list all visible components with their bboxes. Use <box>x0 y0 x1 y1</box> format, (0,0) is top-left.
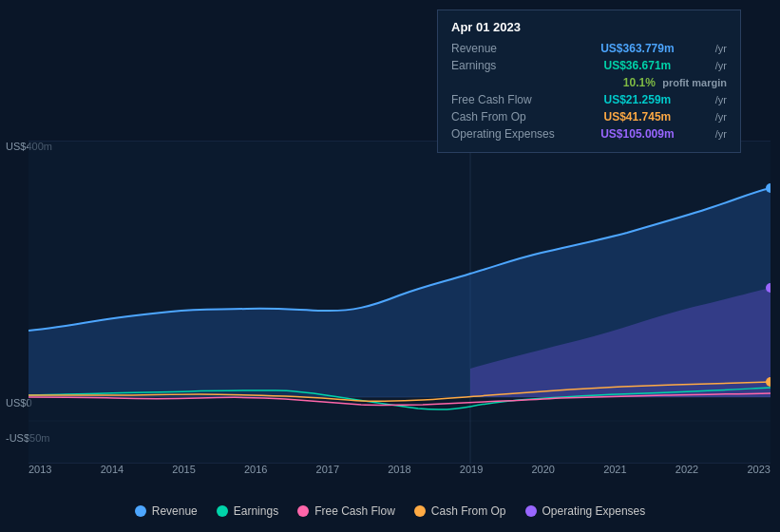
legend-dot-cashfromop <box>414 505 426 517</box>
legend-item-cashfromop[interactable]: Cash From Op <box>414 504 506 518</box>
tooltip-row-earnings: Earnings US$36.671m /yr <box>451 57 727 74</box>
legend-dot-earnings <box>217 505 228 517</box>
opex-unit: /yr <box>715 128 727 140</box>
x-label-2014: 2014 <box>101 464 124 475</box>
x-label-2022: 2022 <box>675 464 698 475</box>
x-label-2018: 2018 <box>388 464 410 475</box>
legend-dot-revenue <box>135 505 146 517</box>
legend-label-earnings: Earnings <box>234 504 278 518</box>
cashfromop-value: US$41.745m <box>604 110 672 124</box>
opex-value: US$105.009m <box>600 127 674 141</box>
x-label-2019: 2019 <box>460 464 483 475</box>
legend-label-revenue: Revenue <box>152 504 198 518</box>
x-labels: 2013 2014 2015 2016 2017 2018 2019 2020 … <box>29 464 770 475</box>
chart-container: Apr 01 2023 Revenue US$363.779m /yr Earn… <box>0 0 780 532</box>
legend-item-revenue[interactable]: Revenue <box>135 504 198 518</box>
legend-label-cashfromop: Cash From Op <box>431 504 506 518</box>
legend-item-earnings[interactable]: Earnings <box>217 504 278 518</box>
legend: Revenue Earnings Free Cash Flow Cash Fro… <box>0 504 780 518</box>
x-label-2020: 2020 <box>531 464 554 475</box>
tooltip-row-margin: 10.1% profit margin <box>451 74 727 91</box>
earnings-label: Earnings <box>451 59 565 72</box>
legend-label-opex: Operating Expenses <box>542 504 646 518</box>
revenue-unit: /yr <box>715 43 727 54</box>
revenue-label: Revenue <box>451 42 565 55</box>
legend-dot-opex <box>525 505 537 517</box>
fcf-value: US$21.259m <box>604 93 672 106</box>
tooltip-date: Apr 01 2023 <box>451 20 727 34</box>
tooltip-row-revenue: Revenue US$363.779m /yr <box>451 40 727 57</box>
x-label-2021: 2021 <box>603 464 626 475</box>
tooltip-row-cashfromop: Cash From Op US$41.745m /yr <box>451 108 727 125</box>
cashfromop-label: Cash From Op <box>451 110 565 124</box>
x-label-2013: 2013 <box>29 464 51 475</box>
margin-value: 10.1% profit margin <box>623 76 727 89</box>
opex-label: Operating Expenses <box>451 127 565 141</box>
x-label-2015: 2015 <box>172 464 195 475</box>
revenue-value: US$363.779m <box>600 42 674 55</box>
cashfromop-unit: /yr <box>715 111 727 123</box>
chart-svg <box>29 141 770 464</box>
fcf-label: Free Cash Flow <box>451 93 565 106</box>
x-label-2016: 2016 <box>244 464 267 475</box>
fcf-unit: /yr <box>715 94 727 105</box>
tooltip-panel: Apr 01 2023 Revenue US$363.779m /yr Earn… <box>437 10 741 153</box>
legend-label-fcf: Free Cash Flow <box>314 504 395 518</box>
earnings-value: US$36.671m <box>604 59 672 72</box>
x-label-2017: 2017 <box>316 464 339 475</box>
earnings-unit: /yr <box>715 60 727 71</box>
x-label-2023: 2023 <box>747 464 770 475</box>
tooltip-row-opex: Operating Expenses US$105.009m /yr <box>451 125 727 142</box>
legend-dot-fcf <box>297 505 309 517</box>
tooltip-row-fcf: Free Cash Flow US$21.259m /yr <box>451 91 727 108</box>
legend-item-opex[interactable]: Operating Expenses <box>525 504 646 518</box>
legend-item-fcf[interactable]: Free Cash Flow <box>297 504 395 518</box>
